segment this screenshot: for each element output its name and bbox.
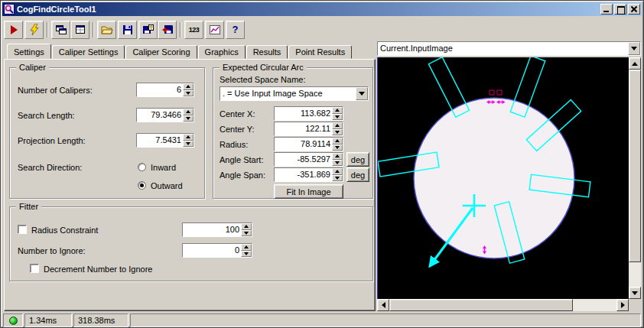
spin-up-button[interactable] [183,109,194,115]
chevron-up-icon [244,225,249,228]
angle-span-label: Angle Span: [220,170,265,180]
search-length-input[interactable]: 79.3466 [136,108,194,122]
projection-length-input[interactable]: 7.5431 [136,133,194,148]
tab-settings[interactable]: Settings [7,44,51,59]
selected-space-selector[interactable]: . = Use Input Image Space [220,86,369,101]
spin-down-button[interactable] [332,145,343,151]
number-of-calipers-value[interactable]: 6 [137,83,183,96]
search-length-value[interactable]: 79.3466 [137,109,183,122]
save-button[interactable] [118,21,137,39]
chart-button[interactable] [205,21,224,39]
center-x-value[interactable]: 113.682 [275,107,332,120]
new-view-button[interactable] [70,21,89,39]
maximize-button[interactable] [614,4,626,15]
import-button[interactable] [158,21,177,39]
close-button[interactable] [628,4,640,15]
spinner-buttons [332,168,343,181]
help-button[interactable] [226,21,245,39]
radius-constraint-value[interactable]: 100 [183,223,241,236]
tab-results[interactable]: Results [246,45,288,59]
chevron-down-icon [335,177,340,180]
number-format-button[interactable]: 123 [184,21,203,39]
tab-caliper-scoring[interactable]: Caliper Scoring [125,45,197,59]
live-run-button[interactable] [24,21,44,39]
spin-up-button[interactable] [241,244,252,251]
projection-length-value[interactable]: 7.5431 [137,134,183,147]
spin-up-button[interactable] [332,122,343,129]
spin-up-button[interactable] [332,153,343,160]
scroll-right-button[interactable] [616,299,629,311]
number-of-calipers-input[interactable]: 6 [136,83,194,97]
chevron-up-icon [186,110,190,113]
angle-start-deg-button[interactable]: deg [346,152,369,167]
radius-constraint-checkbox[interactable] [18,225,27,234]
angle-span-deg-button[interactable]: deg [346,167,369,182]
horizontal-scrollbar[interactable] [377,299,629,311]
center-y-value[interactable]: 122.11 [275,122,332,135]
radius-value[interactable]: 78.9114 [275,138,332,151]
spin-down-button[interactable] [183,115,194,122]
minimize-button[interactable] [600,4,613,15]
outward-radio[interactable] [138,181,146,190]
spin-down-button[interactable] [241,251,252,258]
float-window-button[interactable] [51,21,70,39]
angle-span-value[interactable]: -351.869 [275,168,332,181]
image-source-selector[interactable]: Current.InputImage [377,41,641,56]
inward-radio[interactable] [138,163,146,171]
scroll-left-button[interactable] [377,299,389,311]
radius-constraint-input[interactable]: 100 [182,222,252,237]
spin-up-button[interactable] [183,134,194,141]
chevron-down-icon [335,161,340,164]
open-button[interactable] [97,21,116,39]
tab-strip: Settings Caliper Settings Caliper Scorin… [7,45,353,59]
radius-input[interactable]: 78.9114 [274,137,343,151]
spin-down-button[interactable] [332,129,343,136]
floppy-grid-icon [142,24,154,36]
tab-point-results[interactable]: Point Results [288,45,352,59]
fit-in-image-button[interactable]: Fit In Image [274,184,343,199]
spin-down-button[interactable] [332,160,343,167]
spin-down-button[interactable] [332,175,343,182]
spin-up-button[interactable] [241,223,252,230]
horizontal-scroll-thumb[interactable] [389,299,573,311]
number-to-ignore-label: Number to Ignore: [18,246,86,255]
spin-down-button[interactable] [183,90,194,97]
chevron-down-icon [335,146,340,149]
run-button[interactable] [4,21,23,39]
spin-down-button[interactable] [332,114,343,121]
angle-start-value[interactable]: -85.5297 [275,153,332,166]
toolbar-separator [180,22,181,37]
spin-down-button[interactable] [183,141,194,148]
inward-radio-label[interactable]: Inward [151,163,176,172]
number-to-ignore-input[interactable]: 0 [182,243,252,258]
tab-caliper-settings[interactable]: Caliper Settings [52,45,125,59]
tab-graphics[interactable]: Graphics [198,45,246,59]
dropdown-button[interactable] [356,87,368,100]
radius-constraint-label[interactable]: Radius Constraint [31,226,98,235]
chevron-up-icon [335,124,340,127]
run-status-led-icon [9,317,18,325]
outward-radio-label[interactable]: Outward [151,181,183,190]
center-y-input[interactable]: 122.11 [274,122,343,136]
angle-span-input[interactable]: -351.869 [274,167,343,182]
save-image-button[interactable] [138,21,158,39]
scroll-down-button[interactable] [629,287,641,299]
titlebar[interactable]: CogFindCircleTool1 [2,2,642,16]
decrement-number-checkbox[interactable] [30,264,39,273]
selected-space-value: . = Use Input Image Space [220,87,356,100]
spin-up-button[interactable] [332,107,343,114]
center-x-input[interactable]: 113.682 [274,106,343,121]
scroll-up-button[interactable] [629,57,641,70]
angle-start-input[interactable]: -85.5297 [274,152,343,167]
number-to-ignore-value[interactable]: 0 [183,244,241,257]
vertical-scroll-thumb[interactable] [629,70,641,262]
spin-up-button[interactable] [332,138,343,145]
dropdown-button[interactable] [628,42,640,55]
image-canvas[interactable] [377,57,629,299]
spin-up-button[interactable] [332,168,343,175]
spin-down-button[interactable] [241,230,252,237]
spin-up-button[interactable] [183,83,194,90]
chevron-down-icon [186,142,190,145]
vertical-scrollbar[interactable] [629,57,641,299]
decrement-number-label[interactable]: Decrement Number to Ignore [44,265,152,274]
